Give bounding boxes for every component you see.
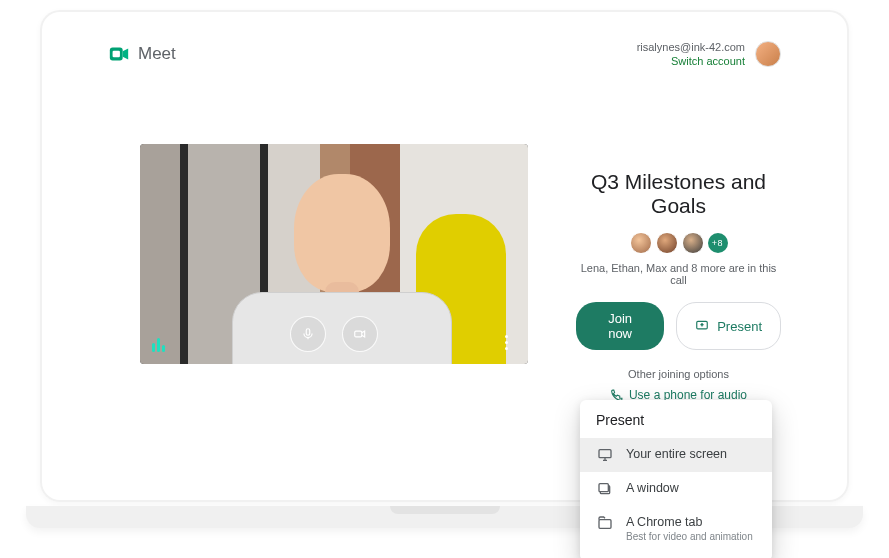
participant-avatar-icon bbox=[682, 232, 704, 254]
main-row: Q3 Milestones and Goals +8 Lena, Ethan, … bbox=[140, 144, 781, 402]
participants-line: Lena, Ethan, Max and 8 more are in this … bbox=[576, 262, 781, 286]
product-name: Meet bbox=[138, 44, 176, 64]
account-lines: risalynes@ink-42.com Switch account bbox=[637, 40, 745, 69]
svg-rect-1 bbox=[113, 51, 120, 57]
present-label: Present bbox=[717, 319, 762, 334]
switch-account-link[interactable]: Switch account bbox=[637, 54, 745, 68]
brand: Meet bbox=[108, 43, 176, 65]
mic-toggle-button[interactable] bbox=[290, 316, 326, 352]
participant-overflow-badge: +8 bbox=[708, 233, 728, 253]
action-buttons: Join now Present bbox=[576, 302, 781, 350]
meeting-title: Q3 Milestones and Goals bbox=[576, 170, 781, 218]
svg-rect-5 bbox=[599, 450, 611, 458]
tab-icon bbox=[596, 514, 614, 532]
svg-rect-8 bbox=[599, 520, 611, 529]
video-preview bbox=[140, 144, 528, 364]
present-option-label: A window bbox=[626, 480, 679, 496]
participant-avatars: +8 bbox=[630, 232, 728, 254]
other-options-label: Other joining options bbox=[628, 368, 729, 380]
participant-avatar-icon bbox=[656, 232, 678, 254]
join-now-button[interactable]: Join now bbox=[576, 302, 664, 350]
window-icon bbox=[596, 480, 614, 498]
svg-rect-3 bbox=[355, 331, 362, 337]
laptop-stage: Meet risalynes@ink-42.com Switch account bbox=[0, 0, 889, 558]
camera-toggle-button[interactable] bbox=[342, 316, 378, 352]
present-menu-title: Present bbox=[580, 412, 772, 438]
present-option-label: Your entire screen bbox=[626, 446, 727, 462]
account-email: risalynes@ink-42.com bbox=[637, 40, 745, 54]
present-option-label: A Chrome tab bbox=[626, 514, 753, 530]
header-bar: Meet risalynes@ink-42.com Switch account bbox=[108, 40, 781, 69]
present-menu: Present Your entire screen A window A Ch… bbox=[580, 400, 772, 558]
present-icon bbox=[695, 319, 709, 333]
audio-level-icon bbox=[152, 338, 165, 352]
meeting-info: Q3 Milestones and Goals +8 Lena, Ethan, … bbox=[576, 144, 781, 402]
present-option-chrome-tab[interactable]: A Chrome tab Best for video and animatio… bbox=[580, 506, 772, 551]
monitor-icon bbox=[596, 446, 614, 464]
more-options-button[interactable] bbox=[494, 330, 518, 354]
avatar-icon[interactable] bbox=[755, 41, 781, 67]
account-area[interactable]: risalynes@ink-42.com Switch account bbox=[637, 40, 781, 69]
preview-controls bbox=[290, 316, 378, 352]
svg-rect-7 bbox=[599, 484, 608, 492]
meet-logo-icon bbox=[108, 43, 130, 65]
present-option-sublabel: Best for video and animation bbox=[626, 530, 753, 543]
present-option-window[interactable]: A window bbox=[580, 472, 772, 506]
svg-rect-2 bbox=[306, 329, 310, 335]
present-button[interactable]: Present bbox=[676, 302, 781, 350]
present-option-entire-screen[interactable]: Your entire screen bbox=[580, 438, 772, 472]
participant-avatar-icon bbox=[630, 232, 652, 254]
